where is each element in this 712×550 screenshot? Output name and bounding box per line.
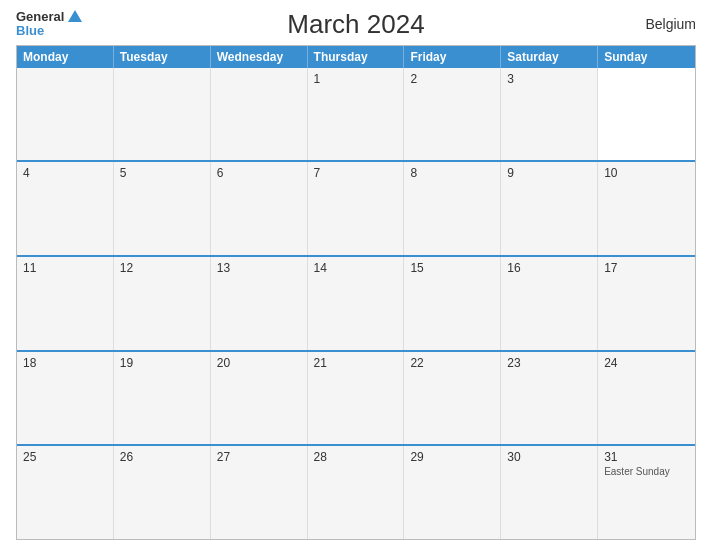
header-tuesday: Tuesday <box>114 46 211 68</box>
day-cell-25: 25 <box>17 446 114 539</box>
header-wednesday: Wednesday <box>211 46 308 68</box>
month-title: March 2024 <box>287 9 424 40</box>
week-row-4: 18 19 20 21 22 23 24 <box>17 350 695 445</box>
header-friday: Friday <box>404 46 501 68</box>
day-cell-5: 5 <box>114 162 211 255</box>
day-cell-4: 4 <box>17 162 114 255</box>
day-headers-row: Monday Tuesday Wednesday Thursday Friday… <box>17 46 695 68</box>
day-cell-9: 9 <box>501 162 598 255</box>
logo-blue: Blue <box>16 24 44 38</box>
header-sunday: Sunday <box>598 46 695 68</box>
day-cell-17: 17 <box>598 257 695 350</box>
day-cell-3: 3 <box>501 68 598 161</box>
day-cell-26: 26 <box>114 446 211 539</box>
day-cell-12: 12 <box>114 257 211 350</box>
day-cell-empty-1 <box>17 68 114 161</box>
country-label: Belgium <box>645 16 696 32</box>
day-cell-28: 28 <box>308 446 405 539</box>
day-cell-23: 23 <box>501 352 598 445</box>
day-cell-11: 11 <box>17 257 114 350</box>
day-cell-21: 21 <box>308 352 405 445</box>
weeks-container: 1 2 3 4 5 6 7 8 9 10 <box>17 68 695 539</box>
day-cell-2: 2 <box>404 68 501 161</box>
easter-sunday-label: Easter Sunday <box>604 466 689 477</box>
logo-general: General <box>16 10 64 24</box>
day-cell-8: 8 <box>404 162 501 255</box>
day-cell-empty-3 <box>211 68 308 161</box>
day-cell-6: 6 <box>211 162 308 255</box>
day-cell-29: 29 <box>404 446 501 539</box>
day-cell-7: 7 <box>308 162 405 255</box>
day-cell-1: 1 <box>308 68 405 161</box>
week-row-3: 11 12 13 14 15 16 17 <box>17 255 695 350</box>
week-row-1: 1 2 3 <box>17 68 695 161</box>
header-saturday: Saturday <box>501 46 598 68</box>
day-cell-20: 20 <box>211 352 308 445</box>
week-row-5: 25 26 27 28 29 30 31 Easter Sunday <box>17 444 695 539</box>
day-cell-31: 31 Easter Sunday <box>598 446 695 539</box>
header-monday: Monday <box>17 46 114 68</box>
day-cell-30: 30 <box>501 446 598 539</box>
week-row-2: 4 5 6 7 8 9 10 <box>17 160 695 255</box>
day-cell-10: 10 <box>598 162 695 255</box>
day-cell-19: 19 <box>114 352 211 445</box>
day-cell-16: 16 <box>501 257 598 350</box>
day-cell-13: 13 <box>211 257 308 350</box>
day-cell-22: 22 <box>404 352 501 445</box>
day-cell-27: 27 <box>211 446 308 539</box>
day-cell-empty-2 <box>114 68 211 161</box>
calendar-page: General Blue March 2024 Belgium Monday T… <box>0 0 712 550</box>
calendar-header: General Blue March 2024 Belgium <box>16 10 696 39</box>
day-cell-15: 15 <box>404 257 501 350</box>
day-cell-24: 24 <box>598 352 695 445</box>
day-cell-18: 18 <box>17 352 114 445</box>
calendar-grid: Monday Tuesday Wednesday Thursday Friday… <box>16 45 696 540</box>
logo: General Blue <box>16 10 82 39</box>
logo-triangle-icon <box>68 10 82 22</box>
header-thursday: Thursday <box>308 46 405 68</box>
day-cell-14: 14 <box>308 257 405 350</box>
